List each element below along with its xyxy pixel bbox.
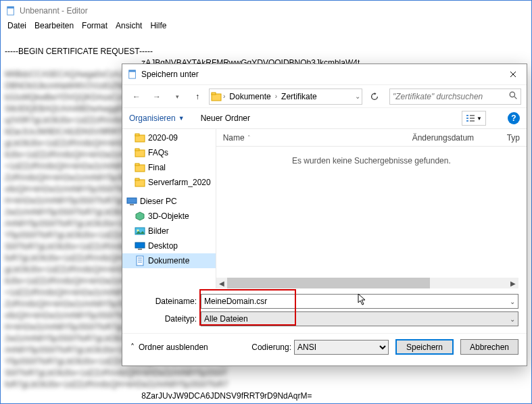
chevron-up-icon: ˄ <box>130 343 135 352</box>
search-box[interactable] <box>389 89 521 105</box>
h-scrollbar[interactable]: ◀ ▶ <box>216 278 518 288</box>
svg-rect-1 <box>7 7 14 9</box>
svg-rect-5 <box>212 93 216 95</box>
encoding-select[interactable]: ANSI <box>294 340 389 355</box>
encoding-label: Codierung: <box>251 343 291 352</box>
dialog-bottom: ˄ Ordner ausblenden Codierung: ANSI Spei… <box>122 333 527 360</box>
close-button[interactable] <box>500 64 527 84</box>
refresh-button[interactable] <box>366 89 383 105</box>
chevron-down-icon: ▼ <box>477 116 482 122</box>
tree-folder[interactable]: FAQs <box>122 145 216 160</box>
cancel-button[interactable]: Abbrechen <box>460 339 518 355</box>
list-view-icon <box>466 114 475 122</box>
svg-rect-15 <box>135 134 139 136</box>
tree-documents[interactable]: Dokumente <box>122 253 216 268</box>
folder-icon <box>211 91 222 102</box>
crumb-documents[interactable]: Dokumente <box>226 89 273 104</box>
col-name[interactable]: Name ˄ <box>216 133 406 143</box>
folder-tree[interactable]: 2020-09 FAQs Final Serverfarm_2020 Diese… <box>122 129 216 288</box>
new-folder-button[interactable]: Neuer Ordner <box>201 113 250 123</box>
dialog-title: Speichern unter <box>141 70 495 79</box>
scroll-thumb[interactable] <box>227 278 430 288</box>
organize-button[interactable]: Organisieren ▼ <box>129 113 185 123</box>
tree-this-pc[interactable]: Dieser PC <box>122 194 216 209</box>
breadcrumb[interactable]: › Dokumente › Zertifikate ⌄ <box>209 89 362 105</box>
svg-rect-19 <box>135 163 139 166</box>
crumb-zertifikate[interactable]: Zertifikate <box>279 89 320 104</box>
save-dialog: Speichern unter ← → ▾ ↑ › Dokumente › Ze… <box>122 64 527 366</box>
view-button[interactable]: ▼ <box>462 111 486 126</box>
menu-format[interactable]: Format <box>82 21 107 34</box>
svg-rect-10 <box>466 120 468 122</box>
tree-folder[interactable]: 2020-09 <box>122 130 216 145</box>
refresh-icon <box>370 92 379 101</box>
no-results-text: Es wurden keine Suchergebnisse gefunden. <box>216 156 527 166</box>
filetype-combobox[interactable]: Alle Dateien ⌄ <box>201 311 518 326</box>
search-icon[interactable] <box>509 91 518 102</box>
nav-back[interactable]: ← <box>128 88 145 105</box>
tree-pictures[interactable]: Bilder <box>122 224 216 238</box>
close-icon <box>510 71 516 78</box>
notepad-icon <box>6 6 16 16</box>
scroll-track[interactable] <box>227 278 508 288</box>
svg-rect-13 <box>470 120 475 122</box>
col-modified[interactable]: Änderungsdatum <box>406 133 500 143</box>
filename-panel: Dateiname: ⌄ Dateityp: Alle Dateien ⌄ <box>122 288 527 328</box>
file-list[interactable]: Name ˄ Änderungsdatum Typ Es wurden kein… <box>216 129 527 288</box>
scroll-right-icon[interactable]: ▶ <box>508 278 518 288</box>
tree-folder[interactable]: Serverfarm_2020 <box>122 175 216 190</box>
svg-rect-27 <box>138 249 142 250</box>
nav-up[interactable]: ↑ <box>189 88 206 105</box>
csr-begin: -----BEGIN CERTIFICATE REQUEST----- <box>5 47 153 56</box>
save-button[interactable]: Speichern <box>395 339 454 355</box>
help-button[interactable]: ? <box>508 112 520 124</box>
chevron-right-icon[interactable]: › <box>223 93 225 100</box>
menu-view[interactable]: Ansicht <box>116 21 142 34</box>
chevron-right-icon[interactable]: › <box>275 93 277 100</box>
svg-point-25 <box>137 230 139 232</box>
nav-bar: ← → ▾ ↑ › Dokumente › Zertifikate ⌄ <box>122 84 527 107</box>
scroll-left-icon[interactable]: ◀ <box>216 278 227 288</box>
notepad-icon <box>128 70 137 79</box>
tree-3d-objects[interactable]: 3D-Objekte <box>122 209 216 224</box>
svg-line-7 <box>514 97 516 99</box>
dialog-toolbar: Organisieren ▼ Neuer Ordner ▼ ? <box>122 107 527 129</box>
nav-recent[interactable]: ▾ <box>168 88 186 105</box>
sort-up-icon: ˄ <box>247 134 251 141</box>
filename-combobox[interactable]: ⌄ <box>201 294 518 309</box>
svg-point-6 <box>510 92 514 97</box>
svg-rect-28 <box>137 256 143 266</box>
notepad-menubar[interactable]: Datei Bearbeiten Format Ansicht Hilfe <box>1 21 531 34</box>
nav-forward[interactable]: → <box>148 88 166 105</box>
tree-folder[interactable]: Final <box>122 160 216 175</box>
search-input[interactable] <box>393 92 509 101</box>
chevron-down-icon: ▼ <box>178 115 185 122</box>
filetype-value: Alle Dateien <box>204 314 248 324</box>
svg-rect-17 <box>135 149 139 151</box>
svg-rect-8 <box>466 115 468 116</box>
hide-folders-button[interactable]: ˄ Ordner ausblenden <box>130 343 208 352</box>
svg-rect-9 <box>466 118 468 119</box>
svg-rect-3 <box>129 70 136 72</box>
filetype-label: Dateityp: <box>130 314 198 324</box>
menu-help[interactable]: Hilfe <box>150 21 166 34</box>
svg-rect-12 <box>470 118 475 119</box>
notepad-titlebar: Unbenannt - Editor <box>1 1 531 21</box>
chevron-down-icon[interactable]: ⌄ <box>510 315 515 323</box>
svg-rect-26 <box>135 243 145 248</box>
tree-desktop[interactable]: Desktop <box>122 238 216 253</box>
menu-edit[interactable]: Bearbeiten <box>34 21 74 34</box>
svg-rect-21 <box>135 178 139 180</box>
notepad-title: Unbenannt - Editor <box>20 6 88 16</box>
svg-rect-11 <box>470 115 475 116</box>
list-header[interactable]: Name ˄ Änderungsdatum Typ <box>216 129 527 147</box>
col-type[interactable]: Typ <box>500 133 527 143</box>
svg-rect-22 <box>127 198 137 203</box>
filename-label: Dateiname: <box>130 297 198 306</box>
menu-file[interactable]: Datei <box>7 21 26 34</box>
chevron-down-icon[interactable]: ⌄ <box>510 298 515 305</box>
chevron-down-icon[interactable]: ⌄ <box>355 93 360 100</box>
svg-rect-23 <box>130 204 134 205</box>
filename-input[interactable] <box>204 297 515 306</box>
csr-tail: 8ZarJUvJW9DCA6JDNSV9fRRT9rD9NdAqrM= <box>141 391 312 401</box>
